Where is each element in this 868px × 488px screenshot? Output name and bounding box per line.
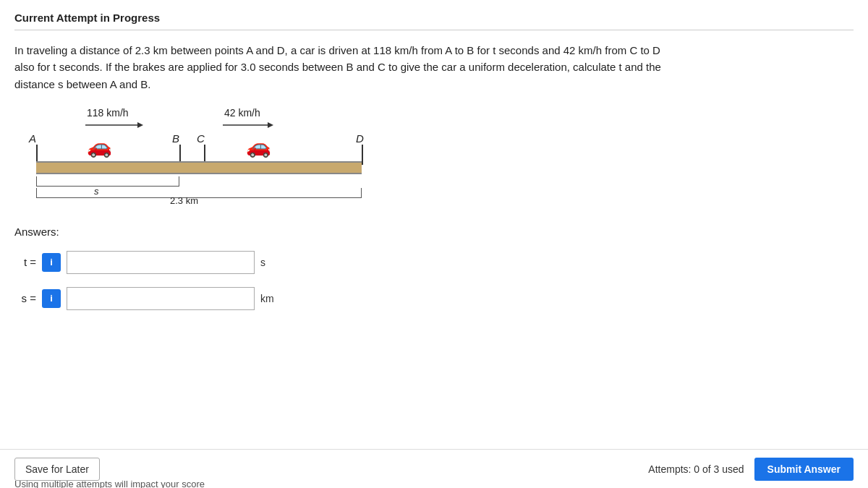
t-input[interactable] (67, 251, 255, 274)
s-bracket (36, 176, 179, 187)
s-label: s = (14, 292, 36, 304)
km-bracket (36, 188, 362, 198)
s-unit: km (260, 293, 274, 304)
km-label: 2.3 km (170, 195, 198, 206)
t-label: t = (14, 256, 36, 268)
page-container: Current Attempt in Progress In traveling… (0, 0, 868, 488)
arrow-118 (85, 120, 143, 130)
point-B-label: B (172, 132, 179, 145)
s-info-icon[interactable]: i (42, 289, 61, 308)
footer-note: Using multiple attempts will impact your… (14, 479, 205, 488)
t-unit: s (260, 257, 265, 268)
tick-D (362, 145, 363, 165)
problem-text: In traveling a distance of 2.3 km betwee… (14, 42, 854, 93)
point-D-label: D (356, 132, 364, 145)
save-later-button[interactable]: Save for Later (14, 458, 100, 481)
answers-label: Answers: (14, 226, 854, 238)
problem-line2: also for t seconds. If the brakes are ap… (14, 61, 661, 73)
s-input[interactable] (67, 287, 255, 310)
speed-label-118: 118 km/h (87, 107, 129, 119)
submit-answer-button[interactable]: Submit Answer (754, 458, 854, 481)
right-bottom: Attempts: 0 of 3 used Submit Answer (648, 458, 854, 481)
attempt-header: Current Attempt in Progress (14, 12, 854, 30)
road (36, 161, 362, 174)
problem-line1: In traveling a distance of 2.3 km betwee… (14, 44, 660, 56)
diagram-area: 118 km/h 42 km/h A B C D 🚗 🚗 s 2.3 km (29, 107, 376, 208)
header-title: Current Attempt in Progress (14, 12, 160, 24)
point-A-label: A (29, 132, 36, 145)
car-right: 🚗 (246, 134, 271, 158)
t-answer-row: t = i s (14, 251, 854, 274)
problem-line3: distance s between A and B. (14, 78, 150, 90)
point-C-label: C (197, 132, 205, 145)
svg-marker-1 (137, 122, 143, 128)
car-left: 🚗 (87, 134, 112, 158)
attempts-text: Attempts: 0 of 3 used (648, 463, 744, 475)
speed-label-42: 42 km/h (224, 107, 260, 119)
arrow-42 (223, 120, 273, 130)
t-info-icon[interactable]: i (42, 253, 61, 272)
svg-marker-3 (268, 122, 273, 128)
s-answer-row: s = i km (14, 287, 854, 310)
